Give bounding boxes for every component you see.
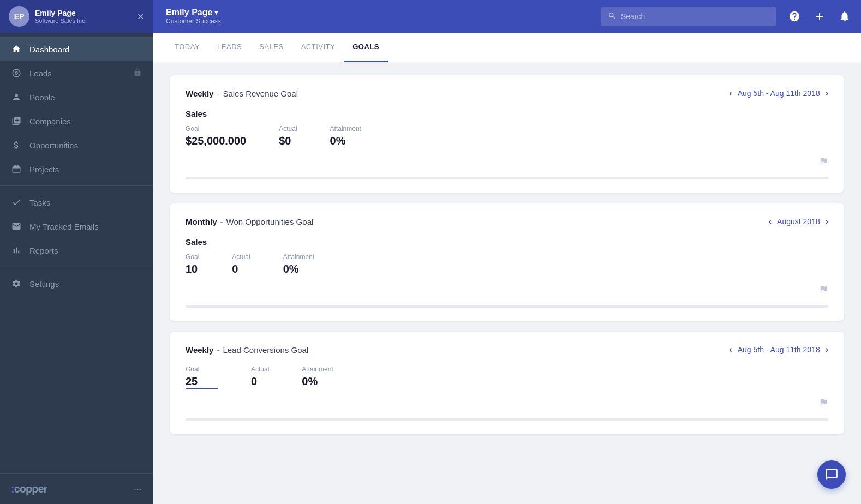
goal-1-metrics: Goal $25,000.000 Actual $0 Attainment 0% <box>186 125 828 147</box>
goal-1-prev-button[interactable]: ‹ <box>729 88 732 98</box>
tab-leads[interactable]: LEADS <box>208 33 250 62</box>
goal-3-progress-container <box>186 418 828 421</box>
goal-1-goal-metric: Goal $25,000.000 <box>186 125 246 147</box>
add-button[interactable] <box>812 9 827 24</box>
target-icon <box>11 68 22 79</box>
tab-today[interactable]: TODAY <box>166 33 208 62</box>
gear-icon <box>11 278 22 289</box>
header-page-name[interactable]: Emily Page ▾ <box>166 8 221 17</box>
goal-1-actual-metric: Actual $0 <box>279 125 297 147</box>
goal-3-actual-value: 0 <box>251 375 269 388</box>
sidebar-item-tasks[interactable]: Tasks <box>0 190 153 214</box>
goal-2-metrics: Goal 10 Actual 0 Attainment 0% <box>186 253 828 275</box>
goal-card-3-title: Weekly - Lead Conversions Goal <box>186 345 308 355</box>
goal-1-attainment-metric: Attainment 0% <box>330 125 361 147</box>
goal-card-2-title: Monthly - Won Opportunities Goal <box>186 217 313 226</box>
goal-card-3-header: Weekly - Lead Conversions Goal ‹ Aug 5th… <box>186 345 828 355</box>
sidebar-item-dashboard[interactable]: Dashboard <box>0 37 153 61</box>
sidebar-item-label-settings: Settings <box>29 279 142 289</box>
search-input[interactable] <box>621 12 769 21</box>
goal-3-attainment-value: 0% <box>302 375 333 388</box>
goal-1-actual-label: Actual <box>279 125 297 133</box>
lock-icon <box>133 68 142 79</box>
top-header: EP Emily Page Software Sales Inc. ✕ Emil… <box>0 0 861 33</box>
goal-2-progress-container <box>186 305 828 308</box>
sidebar-item-opportunities[interactable]: Opportunities <box>0 133 153 157</box>
sidebar-nav: Dashboard Leads <box>0 33 153 473</box>
tab-activity[interactable]: ACTIVITY <box>292 33 344 62</box>
goal-1-attainment-value: 0% <box>330 135 361 147</box>
goal-1-footer <box>186 156 828 170</box>
avatar: EP <box>9 6 29 27</box>
header-page-info: Emily Page ▾ Customer Success <box>166 8 221 25</box>
goal-2-goal-value: 10 <box>186 263 199 275</box>
header-user-company: Software Sales Inc. <box>35 17 137 24</box>
goal-1-name: Sales Revenue Goal <box>223 89 298 98</box>
dollar-icon <box>11 140 22 151</box>
bar-chart-icon <box>11 245 22 256</box>
header-icons <box>787 9 852 24</box>
goal-2-next-button[interactable]: › <box>826 217 828 226</box>
goal-3-attainment-label: Attainment <box>302 365 333 373</box>
goal-3-date-range: Aug 5th - Aug 11th 2018 <box>738 345 820 354</box>
header-user-section: EP Emily Page Software Sales Inc. ✕ <box>0 0 153 33</box>
goal-3-actual-label: Actual <box>251 365 269 373</box>
notifications-button[interactable] <box>837 9 852 24</box>
sidebar-item-label-reports: Reports <box>29 246 142 255</box>
goal-2-actual-label: Actual <box>232 253 250 261</box>
goal-2-nav: ‹ August 2018 › <box>769 217 828 226</box>
help-button[interactable] <box>787 9 802 24</box>
goal-2-attainment-value: 0% <box>283 263 314 275</box>
sidebar-item-companies[interactable]: Companies <box>0 109 153 133</box>
goal-card-2-header: Monthly - Won Opportunities Goal ‹ Augus… <box>186 217 828 226</box>
tab-sales[interactable]: SALES <box>250 33 292 62</box>
chat-fab-button[interactable] <box>817 460 846 489</box>
goal-3-separator: - <box>217 345 219 355</box>
goal-card-2: Monthly - Won Opportunities Goal ‹ Augus… <box>170 203 844 321</box>
goal-2-period: Monthly <box>186 217 217 226</box>
grid-icon <box>11 116 22 127</box>
flag-icon-2 <box>818 284 828 296</box>
tab-goals[interactable]: GOALS <box>344 33 388 62</box>
sidebar-item-reports[interactable]: Reports <box>0 238 153 262</box>
close-button[interactable]: ✕ <box>137 11 144 22</box>
goal-1-next-button[interactable]: › <box>826 88 828 98</box>
goal-card-1-title: Weekly - Sales Revenue Goal <box>186 89 298 98</box>
goal-2-prev-button[interactable]: ‹ <box>769 217 772 226</box>
goal-2-footer <box>186 284 828 298</box>
sidebar-item-label-leads: Leads <box>29 69 125 78</box>
goal-2-actual-metric: Actual 0 <box>232 253 250 275</box>
sidebar-item-leads[interactable]: Leads <box>0 61 153 85</box>
sidebar-item-tracked-emails[interactable]: My Tracked Emails <box>0 214 153 238</box>
goal-3-nav: ‹ Aug 5th - Aug 11th 2018 › <box>729 345 828 355</box>
search-bar[interactable] <box>601 7 776 26</box>
goal-card-3: Weekly - Lead Conversions Goal ‹ Aug 5th… <box>170 332 844 434</box>
sidebar-item-projects[interactable]: Projects <box>0 157 153 181</box>
sidebar-item-label-people: People <box>29 93 142 102</box>
sidebar-item-label-tracked-emails: My Tracked Emails <box>29 222 142 231</box>
main-layout: Dashboard Leads <box>0 33 861 504</box>
goal-3-metrics: Goal Actual 0 Attainment 0% <box>186 365 828 389</box>
goal-3-prev-button[interactable]: ‹ <box>729 345 732 355</box>
search-icon <box>608 11 617 22</box>
goal-3-goal-metric: Goal <box>186 365 218 389</box>
goal-3-goal-label: Goal <box>186 365 218 373</box>
content-area: TODAY LEADS SALES ACTIVITY GOALS Weekly … <box>153 33 861 504</box>
goal-2-date-range: August 2018 <box>777 217 820 226</box>
sidebar-item-people[interactable]: People <box>0 85 153 109</box>
briefcase-icon <box>11 164 22 175</box>
goal-1-progress-container <box>186 177 828 179</box>
sidebar-item-settings[interactable]: Settings <box>0 272 153 296</box>
goals-content: Weekly - Sales Revenue Goal ‹ Aug 5th - … <box>153 62 861 504</box>
goal-1-section-title: Sales <box>186 109 828 118</box>
goal-3-next-button[interactable]: › <box>826 345 828 355</box>
goal-2-attainment-metric: Attainment 0% <box>283 253 314 275</box>
sidebar-footer: :copper ··· <box>0 473 153 504</box>
home-icon <box>11 44 22 55</box>
goal-2-goal-label: Goal <box>186 253 199 261</box>
goal-card-1: Weekly - Sales Revenue Goal ‹ Aug 5th - … <box>170 75 844 193</box>
goal-3-goal-input[interactable] <box>186 375 218 389</box>
goal-1-goal-value: $25,000.000 <box>186 135 246 147</box>
goal-2-actual-value: 0 <box>232 263 250 275</box>
sidebar-more-button[interactable]: ··· <box>134 483 142 495</box>
